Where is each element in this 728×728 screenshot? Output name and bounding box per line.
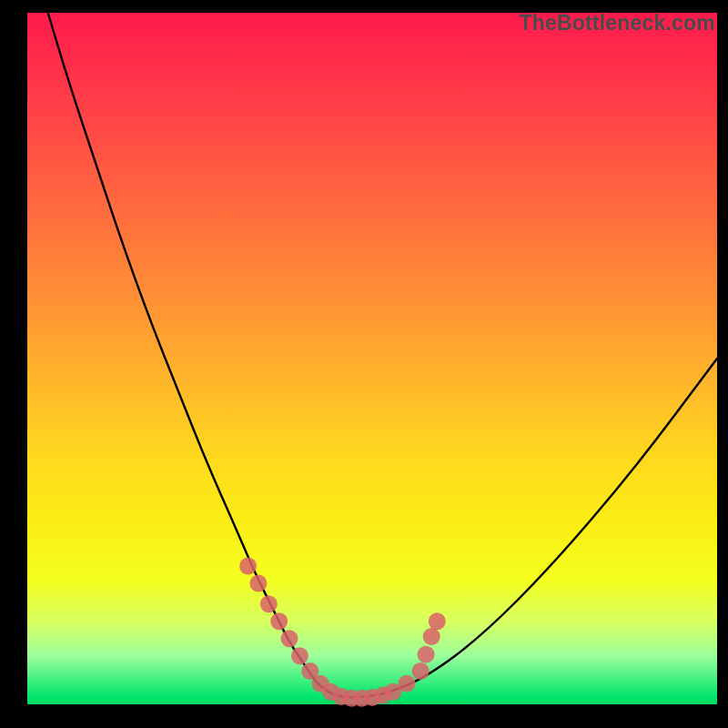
plot-area [27,13,717,704]
watermark-text: TheBottleneck.com [519,11,715,35]
